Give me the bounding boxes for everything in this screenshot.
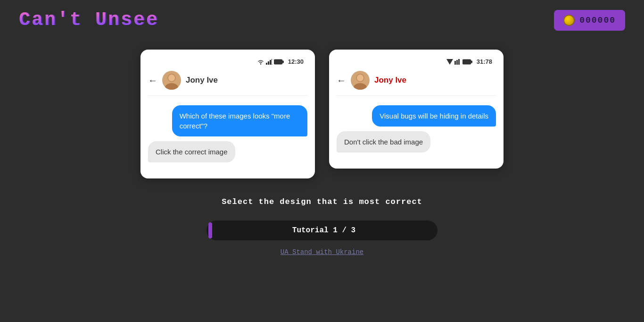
- progress-bar: Tutorial 1 / 3: [206, 220, 438, 240]
- status-bar-left: 12:30: [148, 57, 307, 69]
- time-left: 12:30: [288, 58, 304, 65]
- svg-rect-2: [268, 61, 269, 65]
- avatar-left: [162, 71, 181, 90]
- progress-label: Tutorial 1 / 3: [208, 226, 439, 235]
- svg-rect-14: [458, 59, 460, 65]
- svg-point-20: [357, 75, 363, 81]
- status-icons-right: [446, 59, 473, 65]
- sent-message-left: Which of these images looks "more correc…: [172, 105, 307, 136]
- svg-point-10: [168, 75, 175, 81]
- back-arrow-right[interactable]: ←: [337, 75, 346, 86]
- app-header: Can't Unsee 000000: [0, 0, 644, 40]
- wifi-icon: [257, 59, 264, 65]
- contact-name-right: Jony Ive: [374, 76, 406, 85]
- bottom-section: Select the design that is most correct T…: [0, 188, 644, 265]
- score-badge[interactable]: 000000: [554, 10, 625, 31]
- bars-icon-right: [454, 59, 461, 65]
- back-arrow-left[interactable]: ←: [148, 75, 157, 86]
- battery-icon: [274, 59, 284, 65]
- ukraine-link[interactable]: UA Stand with Ukraine: [281, 248, 363, 256]
- instruction-text: Select the design that is most correct: [9, 197, 635, 206]
- signal-icon: [266, 59, 272, 65]
- svg-rect-5: [274, 59, 282, 64]
- status-icons-left: [257, 59, 284, 65]
- correct-card[interactable]: 12:30 ← Jony Ive Which of these images l…: [140, 50, 315, 178]
- svg-rect-15: [462, 59, 471, 64]
- avatar-right: [351, 71, 370, 90]
- received-message-right: Don't click the bad image: [337, 131, 430, 153]
- chat-messages-right: Visual bugs will be hiding in details Do…: [337, 102, 496, 161]
- svg-rect-13: [456, 60, 458, 65]
- svg-marker-11: [446, 59, 453, 65]
- svg-point-0: [260, 63, 261, 64]
- score-value: 000000: [579, 16, 616, 25]
- app-logo: Can't Unsee: [19, 9, 159, 31]
- battery-icon-right: [462, 59, 473, 65]
- received-message-left: Click the correct image: [148, 141, 235, 162]
- progress-container: Tutorial 1 / 3: [9, 220, 635, 240]
- sent-message-right: Visual bugs will be hiding in details: [372, 105, 496, 127]
- chat-header-left: ← Jony Ive: [148, 69, 307, 96]
- chat-messages-left: Which of these images looks "more correc…: [148, 102, 307, 171]
- chat-header-right: ← Jony Ive: [337, 69, 496, 96]
- svg-rect-16: [471, 60, 472, 63]
- svg-rect-12: [454, 61, 456, 65]
- signal-icon-right: [446, 59, 453, 65]
- svg-rect-3: [270, 60, 271, 65]
- svg-rect-6: [282, 60, 284, 63]
- svg-rect-4: [272, 59, 272, 65]
- contact-name-left: Jony Ive: [186, 76, 218, 85]
- cards-container: 12:30 ← Jony Ive Which of these images l…: [0, 40, 644, 188]
- coin-icon: [563, 15, 575, 26]
- svg-rect-1: [266, 63, 267, 65]
- bad-card[interactable]: 31:78 ← Jony Ive Visual bugs will be hid…: [329, 50, 504, 169]
- time-right: 31:78: [477, 58, 492, 65]
- status-bar-right: 31:78: [337, 57, 496, 69]
